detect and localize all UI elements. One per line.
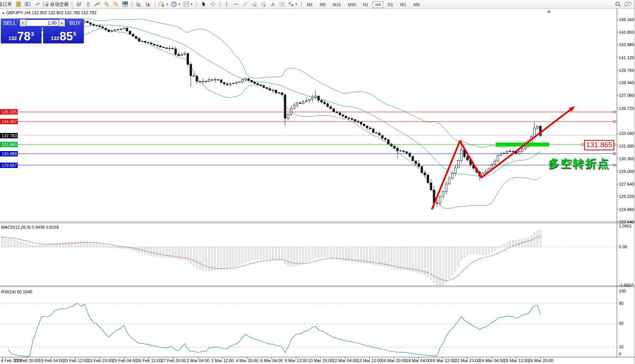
price-badge: 134.307 (0, 119, 18, 124)
x-axis-time-label: 13 Mar 12:00 (357, 358, 382, 363)
x-axis-time-label: 10 Mar 20:00 (308, 358, 333, 363)
x-axis-time-label: 25 Mar 12:00 (504, 358, 529, 363)
y-axis-tick-label: 124.960 (619, 207, 634, 212)
sell-price-panel[interactable]: 132 78 3 (1, 27, 42, 43)
y-axis-tick-label: 145.160 (619, 17, 634, 22)
x-axis-time-label: 22 Mar 23:00 (455, 358, 480, 363)
rsi-label: RSI(14) 60.1640 (1, 289, 32, 294)
y-axis-tick-label: 135.720 (619, 106, 634, 111)
x-axis-time-label: 25 Feb 04:00 (112, 358, 137, 363)
volume-up-button[interactable]: ▲ (58, 19, 65, 27)
x-axis-time-label: 3 Mar 12:00 (211, 358, 234, 363)
buy-price-panel[interactable]: 132 85 5 (43, 27, 84, 43)
buy-price-pip: 5 (73, 31, 76, 37)
x-axis-time-label: 23 Feb 23:00 (88, 358, 113, 363)
one-click-trading-panel: SELL ▼ 1.00 ▲ BUY 132 78 3 132 85 5 (1, 18, 84, 43)
x-axis-time-label: 17 Feb 20:00 (14, 358, 39, 363)
macd-label: MACD(12,26,9) 0.9499 0.8158 (1, 225, 59, 229)
y-axis-tick-label: 129.000 (619, 169, 634, 174)
buy-price-main: 85 (60, 31, 73, 42)
price-badge: 130.888 (0, 151, 18, 156)
sell-price-pip: 3 (31, 31, 34, 37)
x-axis-time-label: 24 Mar 04:00 (480, 358, 505, 363)
macd-axis-max: 1.0901 (619, 224, 632, 228)
pivot-annotation-text: 多空转折点 (548, 156, 610, 171)
sell-price-prefix: 132 (8, 35, 17, 41)
y-axis-tick-label: 127.640 (619, 182, 634, 186)
y-axis-tick-label: 143.800 (619, 30, 634, 35)
x-axis-time-label: 16 Mar 20:00 (381, 358, 406, 363)
y-axis-tick-label: 139.760 (619, 68, 634, 73)
buy-button[interactable]: BUY (66, 18, 84, 27)
x-axis-time-label: 6 Mar 04:00 (260, 358, 283, 363)
price-badge: 135.325 (0, 109, 18, 115)
x-axis-time-label: 18 Mar 04:00 (406, 358, 431, 363)
x-axis-time-label: 27 Feb 20:00 (161, 358, 186, 363)
x-axis-time-label: 9 Mar 12:00 (285, 358, 307, 363)
rsi-axis-label: 0 (619, 352, 621, 356)
y-axis-tick-label: 130.360 (619, 156, 634, 161)
y-axis-tick-label: 138.440 (619, 80, 634, 85)
x-axis-time-label: 19 Mar 12:00 (430, 358, 455, 363)
terminal-window: 新订单 自动交易 (0, 0, 635, 364)
y-axis-tick-label: 133.040 (619, 131, 634, 136)
chart-canvas[interactable] (0, 0, 635, 364)
y-axis-tick-label: 142.480 (619, 42, 634, 47)
y-axis-tick-label: 141.120 (619, 55, 634, 60)
buy-price-prefix: 132 (51, 35, 59, 41)
rsi-axis-label: 100 (619, 289, 626, 293)
volume-input[interactable]: 1.00 (26, 20, 58, 26)
y-axis-tick-label: 131.680 (619, 144, 634, 148)
x-axis-time-label: 26 Mar 20:00 (528, 358, 553, 363)
macd-axis-zero: 0.00 (619, 244, 627, 249)
price-callout-label[interactable]: 131.865 (584, 140, 614, 150)
sell-button[interactable]: SELL (1, 18, 18, 27)
x-axis-time-label: 20 Feb 12:00 (63, 358, 88, 363)
quote-header: SELL ▼ 1.00 ▲ BUY (1, 18, 84, 27)
symbol-ohlc-header: GBPJPY-,H4 132.802 132.802 132.780 132.7… (6, 10, 96, 15)
macd-axis-min: -1.9937 (619, 283, 633, 288)
x-axis-time-label: 19 Feb 04:00 (39, 358, 64, 363)
y-axis-tick-label: 137.080 (619, 93, 634, 98)
x-axis-time-label: 12 Mar 04:00 (333, 358, 358, 363)
bid-price-badge: 132.783 (0, 133, 18, 138)
sell-price-main: 78 (17, 31, 30, 42)
volume-stepper: ▼ 1.00 ▲ (18, 18, 66, 27)
rsi-axis-label: 80 (619, 301, 623, 306)
volume-down-button[interactable]: ▼ (20, 19, 26, 27)
x-axis-time-label: 2 Mar 04:00 (187, 358, 209, 363)
price-badge: 129.667 (0, 163, 18, 168)
x-axis-time-label: 4 Mar 20:00 (236, 358, 259, 363)
rsi-axis-label: 50 (619, 321, 623, 326)
y-axis-tick-label: 126.320 (619, 194, 634, 199)
chart-shift-marker-icon (546, 10, 551, 13)
rsi-axis-label: 15 (619, 344, 623, 349)
x-axis-time-label: 26 Feb 12:00 (137, 358, 162, 363)
quote-prices: 132 78 3 132 85 5 (1, 27, 84, 43)
price-badge: 131.865 (0, 142, 18, 147)
